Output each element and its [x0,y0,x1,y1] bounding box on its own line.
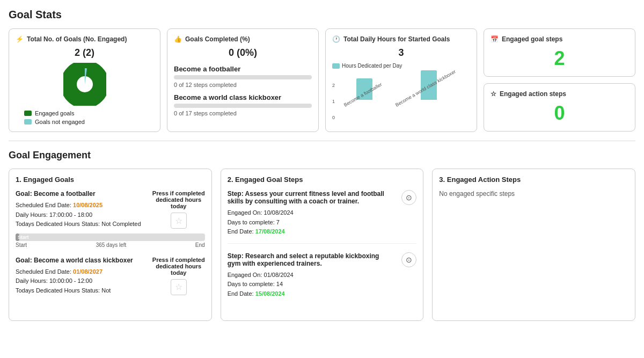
goal-row-2-left: Goal: Become a world class kickboxer Sch… [16,257,148,296]
engaged-action-steps-col-title: 3. Engaged Action Steps [439,176,628,184]
kickboxer-progress-bg [174,104,312,108]
step-item-1: Step: Assess your current fitness level … [228,190,417,244]
goal-item-1: Goal: Become a footballer Scheduled End … [16,190,205,248]
bars-container: Become a footballer Become a world class… [332,71,463,108]
step-1-engaged-label: Engaged On: [228,209,262,216]
goal-2-hours-label: Daily Hours: [16,277,48,284]
progress-bars: Become a footballer 0 of 12 steps comple… [174,65,312,116]
press-label-1: Press if completed dedicated hours today [152,190,205,209]
legend-not-engaged: Goals not engaged [24,119,85,125]
chart-legend-box [332,63,340,69]
goal-1-status-label: Todays Dedicated Hours Status: [16,221,100,227]
step-1-end-label: End Date: [228,228,254,235]
goal-1-hours-label: Daily Hours: [16,211,48,218]
step-2-engaged-date: 01/08/2024 [264,272,294,278]
engaged-action-steps-title: ☆ Engaged action steps [491,90,628,98]
star-button-2[interactable]: ☆ [171,279,187,295]
engaged-goals-card-title: 1. Engaged Goals [16,176,205,184]
press-completed-1: Press if completed dedicated hours today… [152,190,205,229]
engaged-action-steps-value: 0 [491,102,628,125]
engagement-grid: 1. Engaged Goals Goal: Become a football… [9,169,635,321]
step-2-circle-btn[interactable]: ⊙ [401,252,416,267]
bolt-icon: ⚡ [16,35,24,43]
goals-completed-value: 0 (0%) [174,47,312,59]
goal-1-hours: 17:00:00 - 18:00 [49,211,92,218]
step-1-engaged-date: 10/08/2024 [264,209,294,216]
step-1-days-label: Days to complete: [228,219,275,225]
goal-1-end-label: Scheduled End Date: [16,202,71,208]
footballer-progress-title: Become a footballer [174,65,312,73]
bar-chart-legend: Hours Dedicated per Day [332,63,470,69]
press-label-2: Press if completed dedicated hours today [152,257,205,276]
goal-1-meta: Scheduled End Date: 10/08/2025 Daily Hou… [16,201,148,229]
days-left-1: 365 days left [96,242,127,248]
goal-1-status: Not Completed [101,221,141,227]
step-2-engaged-label: Engaged On: [228,272,262,278]
progress-track-1: Start Start 365 days left End [16,233,205,248]
daily-hours-card: 🕐 Total Daily Hours for Started Goals 3 … [325,28,477,132]
pie-chart [63,63,106,106]
goal-row-2: Goal: Become a world class kickboxer Sch… [16,257,205,296]
kickboxer-progress-label: 0 of 17 steps completed [174,110,312,116]
engagement-title: Goal Engagement [9,150,635,161]
engaged-goal-steps-col: 2. Engaged Goal Steps Step: Assess your … [221,169,424,321]
footballer-progress-label: 0 of 12 steps completed [174,82,312,88]
progress-bar-track-1: Start [16,233,205,241]
goal-2-end-date: 01/08/2027 [73,268,103,275]
engaged-action-steps-card: ☆ Engaged action steps 0 [484,83,635,131]
engaged-goal-steps-value: 2 [491,47,628,70]
goal-row-1-left: Goal: Become a footballer Scheduled End … [16,190,148,229]
track-labels-1: Start 365 days left End [16,242,205,248]
legend-engaged: Engaged goals [24,110,85,116]
engaged-goal-steps-title: 📅 Engaged goal steps [491,35,628,43]
total-goals-value: 2 (2) [16,47,153,59]
clock-icon: 🕐 [332,35,340,43]
engaged-goal-steps-card: 📅 Engaged goal steps 2 [484,28,635,77]
step-1-end-date: 17/08/2024 [255,228,285,235]
step-2-end-label: End Date: [228,290,254,297]
start-label-1: Start [16,242,27,248]
step-2-days: 14 [276,281,283,287]
step-1-days: 7 [276,219,280,225]
step-row-1: Step: Assess your current fitness level … [228,190,417,208]
total-goals-title: ⚡ Total No. of Goals (No. Engaged) [16,35,153,43]
engaged-goal-steps-col-title: 2. Engaged Goal Steps [228,176,417,184]
end-label-1: End [195,242,205,248]
legend-engaged-dot [24,111,32,116]
daily-hours-value: 3 [332,47,470,59]
goals-completed-card: 👍 Goals Completed (%) 0 (0%) Become a fo… [167,28,319,132]
goal-2-title: Goal: Become a world class kickboxer [16,257,148,264]
arrows-icon: ☆ [491,90,496,98]
step-1-meta: Engaged On: 10/08/2024 Days to complete:… [228,208,417,237]
goal-2-meta: Scheduled End Date: 01/08/2027 Daily Hou… [16,267,148,296]
bar-chart-container: 2 1 0 Become a footballer Become a world… [332,71,470,108]
engaged-action-steps-col: 3. Engaged Action Steps No engaged speci… [432,169,635,321]
star-button-1[interactable]: ☆ [171,213,187,229]
bar-kickboxer: Become a world class kickboxer [394,70,463,108]
goal-row-1: Goal: Become a footballer Scheduled End … [16,190,205,229]
goal-item-2: Goal: Become a world class kickboxer Sch… [16,257,205,296]
bar-chart-area: Hours Dedicated per Day 2 1 0 Become a f… [332,63,470,122]
footballer-progress-bg [174,75,312,79]
goals-completed-title: 👍 Goals Completed (%) [174,35,312,43]
legend-not-engaged-dot [24,119,32,125]
stats-grid: ⚡ Total No. of Goals (No. Engaged) 2 (2)… [9,28,635,132]
pie-chart-area: Engaged goals Goals not engaged [16,63,153,125]
calendar-icon: 📅 [491,35,499,43]
bar-footballer: Become a footballer [343,78,386,108]
kickboxer-progress-title: Become a world class kickboxer [174,93,312,101]
press-completed-2: Press if completed dedicated hours today… [152,257,205,295]
page-title: Goal Stats [9,9,635,21]
step-2-days-label: Days to complete: [228,281,275,287]
step-1-title: Step: Assess your current fitness level … [228,190,393,205]
y-axis: 2 1 0 [332,83,335,120]
step-row-2: Step: Research and select a reputable ki… [228,252,417,271]
engaged-steps-column: 📅 Engaged goal steps 2 ☆ Engaged action … [484,28,635,132]
no-steps-message: No engaged specific steps [439,190,628,198]
section-divider [9,141,635,141]
goal-2-status-label: Todays Dedicated Hours Status: [16,287,100,294]
thumbs-icon: 👍 [174,35,182,43]
goal-2-hours: 10:00:00 - 12:00 [49,277,92,284]
step-1-circle-btn[interactable]: ⊙ [401,190,416,205]
step-item-2: Step: Research and select a reputable ki… [228,252,417,305]
